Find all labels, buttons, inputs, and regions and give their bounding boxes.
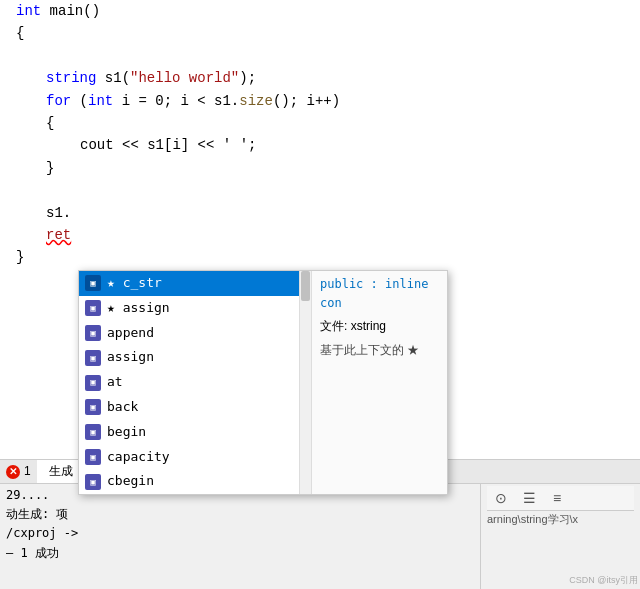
output-main: 29.... 动生成: 项 /cxproj -> — 1 成功	[0, 484, 480, 589]
autocomplete-item-back[interactable]: ▣ back	[79, 395, 299, 420]
item-label-assign: assign	[107, 347, 154, 368]
code-line-2[interactable]: {	[0, 22, 640, 44]
code-line-9	[0, 179, 640, 201]
autocomplete-item-at[interactable]: ▣ at	[79, 370, 299, 395]
code-line-3	[0, 45, 640, 67]
watermark: CSDN @itsy引用	[569, 573, 638, 587]
toolbar-btn-1[interactable]: ⊙	[491, 488, 511, 508]
autocomplete-list[interactable]: ▣ ★ c_str ▣ ★ assign ▣ append ▣ assign ▣…	[79, 271, 299, 494]
detail-signature: public : inline con	[320, 275, 439, 313]
code-text: s1.	[46, 202, 71, 224]
error-indicator: ✕ 1	[0, 462, 37, 481]
autocomplete-item-assign-star[interactable]: ▣ ★ assign	[79, 296, 299, 321]
code-text: {	[16, 22, 24, 44]
autocomplete-scrollbar[interactable]	[299, 271, 311, 494]
keyword-int2: int	[88, 90, 113, 112]
code-line-12[interactable]: }	[0, 246, 640, 268]
method-size: size	[239, 90, 273, 112]
editor-area: int main() { string s1( "hello world" );…	[0, 0, 640, 589]
code-text: (); i++)	[273, 90, 340, 112]
item-icon-begin: ▣	[85, 424, 101, 440]
item-label-append: append	[107, 323, 154, 344]
keyword-int: int	[16, 0, 41, 22]
item-icon-append: ▣	[85, 325, 101, 341]
code-text: }	[46, 157, 54, 179]
autocomplete-item-begin[interactable]: ▣ begin	[79, 420, 299, 445]
code-text: }	[16, 246, 24, 268]
item-label-begin: begin	[107, 422, 146, 443]
output-line-2: 动生成: 项	[6, 505, 474, 524]
code-line-6[interactable]: {	[0, 112, 640, 134]
error-icon: ✕	[6, 465, 20, 479]
error-count: 1	[24, 462, 31, 481]
code-line-4[interactable]: string s1( "hello world" );	[0, 67, 640, 89]
code-text: main()	[41, 0, 100, 22]
output-section: 29.... 动生成: 项 /cxproj -> — 1 成功 ⊙ ☰ ≡ ar…	[0, 484, 640, 589]
code-text: {	[46, 112, 54, 134]
code-line-8[interactable]: }	[0, 157, 640, 179]
detail-file-label: 文件:	[320, 319, 351, 333]
item-label-at: at	[107, 372, 123, 393]
item-label-back: back	[107, 397, 138, 418]
code-line-7[interactable]: cout << s1[i] << ' ';	[0, 134, 640, 156]
autocomplete-item-cstr[interactable]: ▣ ★ c_str	[79, 271, 299, 296]
code-text: (	[71, 90, 88, 112]
code-text-squiggly: ret	[46, 224, 71, 246]
output-right-text: arning\string学习\x	[487, 511, 634, 529]
autocomplete-item-assign[interactable]: ▣ assign	[79, 345, 299, 370]
autocomplete-item-append[interactable]: ▣ append	[79, 321, 299, 346]
item-icon-cbegin: ▣	[85, 474, 101, 490]
keyword-string: string	[46, 67, 96, 89]
code-text: );	[239, 67, 256, 89]
item-label-capacity: capacity	[107, 447, 170, 468]
toolbar-btn-3[interactable]: ≡	[547, 488, 567, 508]
code-line-5[interactable]: for ( int i = 0; i < s1. size (); i++)	[0, 90, 640, 112]
output-toolbar: ⊙ ☰ ≡	[487, 486, 634, 511]
autocomplete-item-cbegin[interactable]: ▣ cbegin	[79, 469, 299, 494]
code-text: s1(	[96, 67, 130, 89]
item-icon-assign-star: ▣	[85, 300, 101, 316]
output-line-4: — 1 成功	[6, 544, 474, 563]
item-label-cstr: ★ c_str	[107, 273, 162, 294]
toolbar-btn-2[interactable]: ☰	[519, 488, 539, 508]
output-line-3: /cxproj ->	[6, 524, 474, 543]
item-icon-capacity: ▣	[85, 449, 101, 465]
scrollbar-thumb[interactable]	[301, 271, 310, 301]
code-text: i = 0; i < s1.	[113, 90, 239, 112]
item-label-assign-star: ★ assign	[107, 298, 170, 319]
item-icon-cstr: ▣	[85, 275, 101, 291]
tab-build-label: 生成	[49, 462, 73, 481]
autocomplete-item-capacity[interactable]: ▣ capacity	[79, 445, 299, 470]
code-text: cout << s1[i] << ' ';	[80, 134, 256, 156]
string-literal: "hello world"	[130, 67, 239, 89]
code-line-1[interactable]: int main()	[0, 0, 640, 22]
item-label-cbegin: cbegin	[107, 471, 154, 492]
detail-file: 文件: xstring	[320, 317, 439, 336]
detail-context: 基于此上下文的 ★	[320, 341, 439, 360]
item-icon-back: ▣	[85, 399, 101, 415]
detail-file-name: xstring	[351, 319, 386, 333]
item-icon-assign: ▣	[85, 350, 101, 366]
keyword-for: for	[46, 90, 71, 112]
code-line-11[interactable]: ret	[0, 224, 640, 246]
autocomplete-detail: public : inline con 文件: xstring 基于此上下文的 …	[311, 271, 447, 494]
item-icon-at: ▣	[85, 375, 101, 391]
autocomplete-popup[interactable]: ▣ ★ c_str ▣ ★ assign ▣ append ▣ assign ▣…	[78, 270, 448, 495]
code-line-10[interactable]: s1.	[0, 202, 640, 224]
